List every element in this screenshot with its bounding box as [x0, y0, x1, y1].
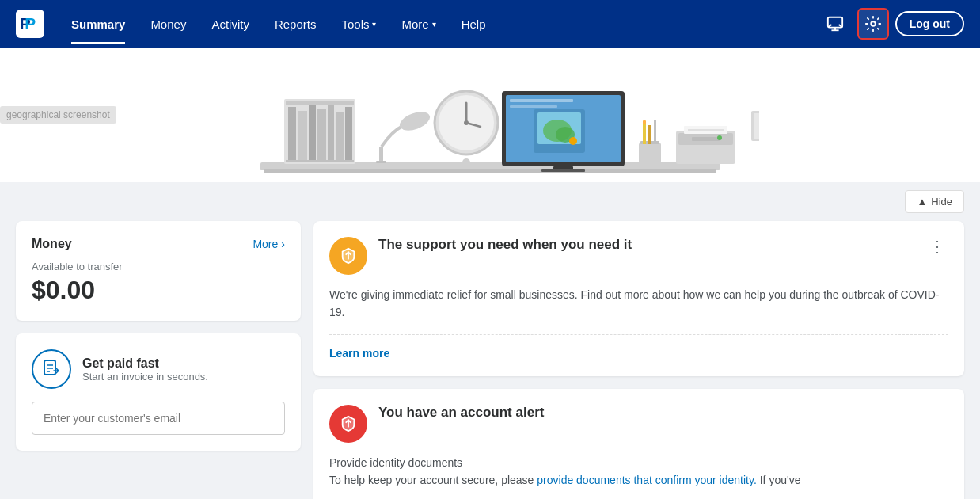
- svg-rect-46: [692, 137, 720, 141]
- svg-point-25: [462, 158, 470, 166]
- svg-rect-13: [328, 105, 334, 161]
- customer-email-input[interactable]: [32, 402, 285, 435]
- svg-rect-18: [376, 161, 386, 163]
- svg-rect-12: [317, 109, 326, 161]
- svg-point-19: [397, 109, 432, 134]
- main-grid: Money More › Available to transfer $0.00: [16, 221, 964, 499]
- available-label: Available to transfer: [32, 261, 285, 272]
- right-column: The support you need when you need it ⋮ …: [313, 221, 964, 499]
- invoice-subtitle: Start an invoice in seconds.: [82, 371, 208, 383]
- hide-chevron-icon: ▲: [917, 196, 927, 208]
- svg-rect-36: [557, 162, 569, 168]
- left-column: Money More › Available to transfer $0.00: [16, 221, 301, 499]
- hero-banner: geographical screenshot: [0, 48, 980, 182]
- invoice-header: Get paid fast Start an invoice in second…: [32, 349, 285, 389]
- settings-button[interactable]: [857, 8, 889, 40]
- svg-point-34: [569, 137, 577, 145]
- desk-illustration: [221, 55, 759, 182]
- learn-more-link[interactable]: Learn more: [329, 347, 389, 360]
- svg-rect-14: [336, 112, 344, 161]
- svg-rect-15: [345, 107, 352, 161]
- svg-rect-51: [754, 113, 759, 139]
- paypal-logo[interactable]: P P: [16, 10, 44, 38]
- nav-more[interactable]: More ▾: [390, 11, 446, 37]
- nav-reports[interactable]: Reports: [264, 11, 328, 37]
- svg-rect-42: [654, 120, 656, 144]
- tools-chevron-icon: ▾: [372, 20, 376, 29]
- support-alert-header: The support you need when you need it ⋮: [329, 237, 948, 275]
- more-chevron-icon: ▾: [432, 20, 436, 29]
- account-alert-card: You have an account alert Provide identi…: [313, 389, 964, 499]
- identity-documents-link[interactable]: provide documents that confirm your iden…: [537, 474, 759, 486]
- account-alert-header: You have an account alert: [329, 405, 948, 443]
- watermark: geographical screenshot: [0, 106, 116, 124]
- money-card: Money More › Available to transfer $0.00: [16, 221, 301, 321]
- svg-rect-17: [379, 147, 383, 162]
- support-alert-icon: [329, 237, 367, 275]
- account-alert-body: Provide identity documents To help keep …: [329, 454, 948, 489]
- svg-rect-29: [510, 105, 557, 108]
- svg-rect-16: [286, 160, 354, 162]
- svg-text:P: P: [25, 14, 36, 32]
- navbar: P P Summary Money Activity Reports Tools…: [0, 0, 980, 48]
- logout-button[interactable]: Log out: [895, 11, 964, 36]
- svg-rect-41: [648, 125, 651, 144]
- svg-point-4: [871, 21, 876, 26]
- support-alert-title: The support you need when you need it: [378, 237, 915, 253]
- hide-button[interactable]: ▲ Hide: [905, 190, 964, 213]
- support-alert-body: We're giving immediate relief for small …: [329, 286, 948, 322]
- content-area: ▲ Hide Money More › Available to transfe…: [0, 182, 980, 499]
- nav-links: Summary Money Activity Reports Tools ▾ M…: [60, 11, 819, 37]
- svg-rect-10: [298, 111, 307, 161]
- svg-rect-37: [541, 169, 585, 172]
- svg-rect-43: [643, 120, 646, 124]
- nav-activity[interactable]: Activity: [200, 11, 260, 37]
- hide-bar: ▲ Hide: [16, 182, 964, 221]
- nav-money[interactable]: Money: [139, 11, 197, 37]
- support-alert-divider: [329, 334, 948, 335]
- account-alert-icon: [329, 405, 367, 443]
- support-alert-menu-button[interactable]: ⋮: [926, 237, 948, 256]
- svg-rect-8: [286, 101, 354, 105]
- svg-rect-28: [510, 99, 573, 102]
- svg-rect-9: [288, 107, 296, 161]
- message-button[interactable]: [819, 8, 851, 40]
- navbar-right: Log out: [819, 8, 964, 40]
- invoice-text: Get paid fast Start an invoice in second…: [82, 356, 208, 383]
- account-alert-title: You have an account alert: [378, 405, 948, 421]
- money-card-title: Money: [32, 237, 72, 251]
- svg-rect-40: [643, 123, 646, 144]
- svg-point-49: [717, 135, 722, 140]
- nav-summary[interactable]: Summary: [60, 11, 136, 37]
- svg-rect-54: [44, 360, 55, 375]
- invoice-icon: [32, 349, 71, 389]
- support-alert-card: The support you need when you need it ⋮ …: [313, 221, 964, 376]
- money-more-link[interactable]: More ›: [253, 238, 285, 250]
- money-card-header: Money More ›: [32, 237, 285, 251]
- svg-rect-48: [688, 129, 724, 131]
- svg-rect-6: [264, 169, 716, 173]
- nav-help[interactable]: Help: [450, 11, 497, 37]
- invoice-card: Get paid fast Start an invoice in second…: [16, 333, 301, 451]
- svg-rect-38: [639, 143, 661, 163]
- more-arrow-icon: ›: [281, 238, 285, 250]
- balance-amount: $0.00: [32, 276, 285, 305]
- invoice-title: Get paid fast: [82, 356, 208, 371]
- svg-rect-11: [309, 105, 316, 161]
- nav-tools[interactable]: Tools ▾: [330, 11, 387, 37]
